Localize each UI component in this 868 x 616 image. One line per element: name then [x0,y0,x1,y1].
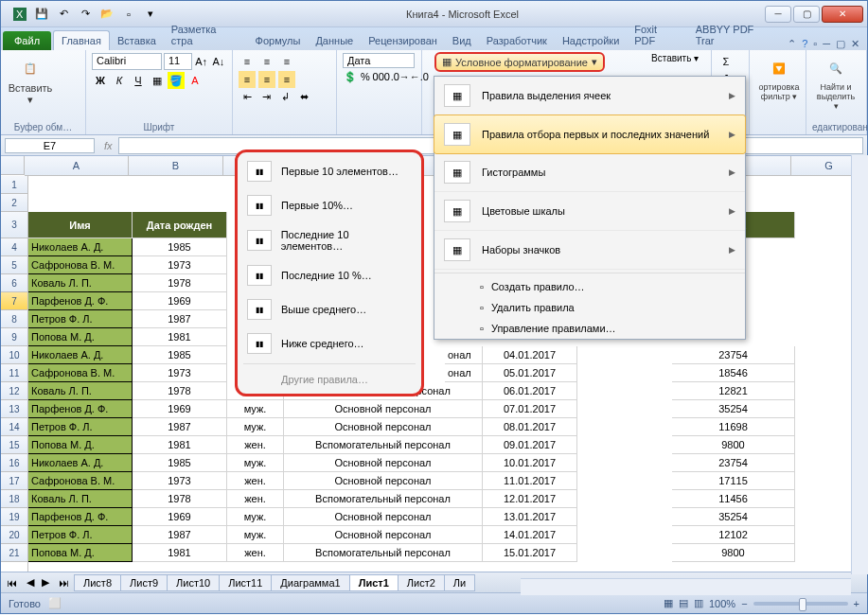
inc-decimal-icon[interactable]: .0→ [392,68,409,85]
cell[interactable]: 1981 [133,436,227,454]
row-header[interactable]: 19 [1,508,27,526]
cell[interactable]: 23754 [672,454,795,472]
cell[interactable]: 10.01.2017 [483,454,577,472]
cell[interactable]: Петров Ф. Л. [28,310,133,328]
open-icon[interactable]: 📂 [97,5,116,24]
cell[interactable]: жен. [227,436,284,454]
review-tab[interactable]: Рецензирован [361,31,445,50]
macro-record-icon[interactable]: ⬜ [48,597,62,609]
merge-icon[interactable]: ⬌ [295,88,312,105]
cell[interactable]: муж. [227,418,284,436]
zoom-in-icon[interactable]: + [854,598,859,609]
indent-inc-icon[interactable]: ⇥ [257,88,275,105]
cell[interactable]: 1973 [133,256,227,274]
cell[interactable]: 05.01.2017 [483,364,577,382]
align-top-icon[interactable]: ≡ [239,53,256,70]
row-header[interactable]: 8 [1,310,27,328]
dec-decimal-icon[interactable]: ←.0 [411,68,428,85]
percent-icon[interactable]: % [360,68,371,85]
shrink-font-icon[interactable]: A↓ [211,53,226,70]
cell[interactable]: 35254 [672,508,795,526]
cell[interactable]: 1978 [133,382,227,400]
cell[interactable]: 1985 [133,238,227,256]
align-center-icon[interactable]: ≡ [258,71,275,88]
sheet-tab[interactable]: Лист10 [167,574,220,591]
cell[interactable]: 1969 [133,508,227,526]
row-header[interactable]: 1 [1,176,27,194]
mdi-min-icon[interactable]: ─ [823,38,830,50]
file-tab[interactable]: Файл [3,31,51,50]
row-header[interactable]: 13 [1,400,27,418]
cell[interactable]: 23754 [672,346,795,364]
cell[interactable]: Основной персонал [284,400,483,418]
cell[interactable]: Николаев А. Д. [28,454,133,472]
row-header[interactable]: 14 [1,418,27,436]
sheet-tab[interactable]: Лист11 [219,574,272,591]
submenu-item[interactable]: ▮▮Первые 10 элементов… [239,154,419,188]
cell[interactable]: Коваль Л. П. [28,382,133,400]
font-size-select[interactable]: 11 [164,53,192,70]
sheet-tab[interactable]: Ли [444,574,475,591]
cell[interactable]: 12.01.2017 [483,490,577,508]
cf-menu-item[interactable]: ▦Наборы значков▶ [434,231,745,270]
cell[interactable]: Вспомогательный персонал [284,490,483,508]
sheet-tab[interactable]: Лист2 [398,574,445,591]
row-header[interactable]: 3 [1,212,27,238]
fill-color-button[interactable]: 🪣 [168,72,185,89]
submenu-item[interactable]: ▮▮Выше среднего… [239,292,419,326]
cell[interactable]: муж. [227,454,284,472]
row-header[interactable]: 16 [1,454,27,472]
formulas-tab[interactable]: Формулы [248,31,309,50]
mdi-close-icon[interactable]: ✕ [851,38,859,50]
tab-nav-first-icon[interactable]: ⏮ [1,577,23,589]
cell[interactable]: онал [445,346,483,364]
help-icon[interactable]: ? [802,38,807,50]
home-tab[interactable]: Главная [53,30,110,50]
row-header[interactable]: 4 [1,238,27,256]
row-header[interactable]: 2 [1,194,27,212]
font-name-select[interactable]: Calibri [92,53,162,70]
grow-font-icon[interactable]: A↑ [194,53,209,70]
row-header[interactable]: 5 [1,256,27,274]
border-button[interactable]: ▦ [149,72,166,89]
cell[interactable]: муж. [227,400,284,418]
cell[interactable]: 06.01.2017 [483,382,577,400]
cell[interactable]: жен. [227,490,284,508]
find-select-button[interactable]: 🔍 Найти и выделить ▾ [812,53,859,113]
restore-window-icon[interactable]: ▫ [813,38,817,50]
italic-button[interactable]: К [111,72,128,89]
cell[interactable]: 1987 [133,418,227,436]
cell[interactable]: Парфенов Д. Ф. [28,508,133,526]
font-color-button[interactable]: A [186,72,204,89]
cell[interactable]: 18546 [672,364,795,382]
select-all-corner[interactable] [1,156,25,175]
cell[interactable]: Сафронова В. М. [28,256,133,274]
cell[interactable]: 14.01.2017 [483,526,577,544]
cell[interactable]: 1985 [133,346,227,364]
tab-nav-next-icon[interactable]: ▶ [38,576,53,589]
submenu-item[interactable]: ▮▮Последние 10 элементов… [239,222,419,258]
zoom-slider[interactable] [753,602,848,606]
cell[interactable]: Николаев А. Д. [28,238,133,256]
addins-tab[interactable]: Надстройки [555,31,627,50]
cell[interactable]: Сафронова В. М. [28,472,133,490]
cell[interactable]: 09.01.2017 [483,436,577,454]
sheet-tab[interactable]: Лист9 [120,574,168,591]
cell[interactable]: Николаев А. Д. [28,346,133,364]
tab-nav-prev-icon[interactable]: ◀ [23,576,38,589]
indent-dec-icon[interactable]: ⇤ [239,88,256,105]
cell[interactable]: 04.01.2017 [483,346,577,364]
view-normal-icon[interactable]: ▦ [664,597,673,609]
cell[interactable]: 1978 [133,490,227,508]
row-header[interactable]: 21 [1,544,27,562]
sort-filter-button[interactable]: 🔽 ортировка фильтр ▾ [755,53,803,103]
cell[interactable]: 11698 [672,418,795,436]
column-header-cell[interactable]: Имя [28,212,133,238]
number-format-select[interactable]: Дата [343,53,415,68]
redo-icon[interactable]: ↷ [76,5,95,24]
cell[interactable]: Сафронова В. М. [28,364,133,382]
vertical-scrollbar[interactable] [851,155,868,574]
cell[interactable]: 1987 [133,526,227,544]
cell[interactable]: Основной персонал [284,454,483,472]
view-break-icon[interactable]: ▥ [694,597,703,609]
